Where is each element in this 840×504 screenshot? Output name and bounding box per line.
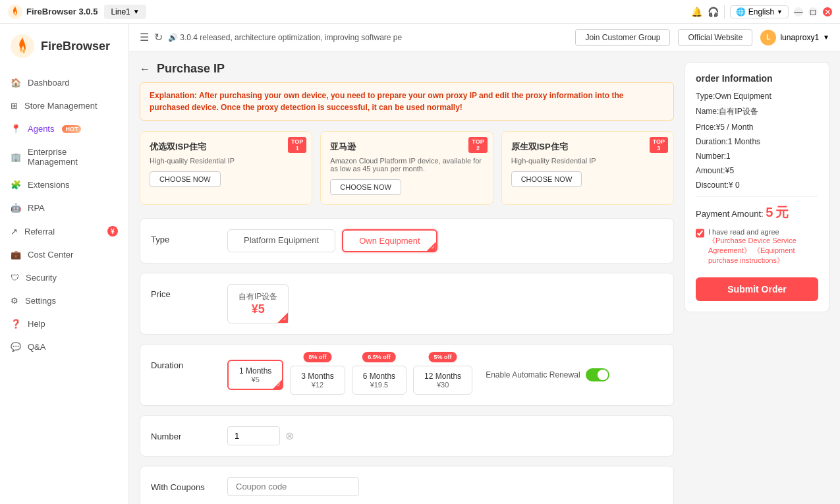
choose-now-btn-2[interactable]: CHOOSE NOW [511, 171, 582, 187]
number-input-wrap: ⊗ [227, 426, 663, 445]
sidebar-item-settings[interactable]: ⚙ Settings [0, 289, 128, 312]
top-bar-actions: ☰ ↻ 🔊 3.0.4 released, architecture optim… [140, 31, 567, 43]
enable-renewal: Enable Automatic Renewal [486, 368, 609, 381]
order-duration-row: Duration:1 Months [696, 137, 818, 146]
menu-icon[interactable]: ☰ [140, 31, 149, 43]
question-icon: ❓ [11, 319, 21, 329]
price-card-wrap: 自有IP设备 ¥5 ✓ [227, 284, 663, 323]
grid-icon: ⊞ [11, 101, 18, 111]
product-card-native: TOP 3 原生双ISP住宅 High-quality Residential … [501, 131, 674, 205]
yuan-badge: ¥ [107, 226, 118, 237]
order-name-row: Name:自有IP设备 [696, 106, 818, 117]
page-title: Purchase IP [157, 62, 225, 76]
clear-number-button[interactable]: ⊗ [285, 430, 294, 442]
title-bar: FireBrowser 3.0.5 Line1 ▼ 🔔 🎧 🌐 English … [0, 0, 840, 24]
duration-row: Duration 1 Months ¥5 ✓ [151, 355, 663, 395]
sidebar-logo: FireBrowser [0, 34, 128, 71]
back-button[interactable]: ← [140, 63, 150, 75]
order-discount-row: Discount:¥ 0 [696, 181, 818, 190]
official-website-button[interactable]: Official Website [678, 29, 752, 46]
content-area: ☰ ↻ 🔊 3.0.4 released, architecture optim… [129, 24, 840, 504]
notice-text: 🔊 3.0.4 released, architecture optimizat… [168, 33, 402, 42]
building-icon: 🏢 [11, 152, 21, 162]
sidebar-item-dashboard[interactable]: 🏠 Dashboard [0, 71, 128, 94]
maximize-button[interactable]: □ [808, 7, 818, 16]
number-input[interactable] [227, 426, 280, 445]
type-own-option[interactable]: Own Equipment ✓ [342, 229, 437, 252]
coupon-input[interactable] [227, 477, 359, 496]
discount-badge-6m: 6.5% off [362, 352, 396, 362]
share-icon: ↗ [11, 227, 18, 237]
agree-row: I have read and agree 《Purchase Device S… [696, 228, 818, 266]
user-info[interactable]: L lunaproxy1 ▼ [760, 30, 829, 45]
product-card-premium: TOP 1 优选双ISP住宅 High-quality Residential … [140, 131, 312, 205]
hot-badge: HOT [62, 125, 81, 133]
sidebar-item-referral[interactable]: ↗ Referral ¥ [0, 219, 128, 243]
gear-icon: ⚙ [11, 296, 18, 306]
duration-options-wrap: 1 Months ¥5 ✓ 8% off [227, 355, 663, 395]
number-section: Number ⊗ [140, 415, 674, 457]
top-bar: ☰ ↻ 🔊 3.0.4 released, architecture optim… [129, 24, 840, 51]
order-divider [696, 196, 818, 197]
duration-6m[interactable]: 6.5% off 6 Months ¥19.5 [352, 366, 406, 395]
puzzle-icon: 🧩 [11, 180, 21, 190]
product-card-amazon: TOP 2 亚马逊 Amazon Cloud Platform IP devic… [320, 131, 493, 205]
type-section: Type Platform Equipment Own Equipment ✓ [140, 218, 674, 264]
sidebar-item-enterprise[interactable]: 🏢 Enterprise Management [0, 140, 128, 173]
shield-icon: 🛡 [11, 273, 19, 283]
choose-now-btn-0[interactable]: CHOOSE NOW [150, 171, 221, 187]
renewal-toggle[interactable] [586, 368, 609, 381]
agree-checkbox[interactable] [696, 229, 704, 238]
sidebar-item-extensions[interactable]: 🧩 Extensions [0, 173, 128, 196]
sidebar-item-rpa[interactable]: 🤖 RPA [0, 196, 128, 219]
top-badge-2: TOP 2 [468, 137, 487, 153]
sidebar-item-agents[interactable]: 📍 Agents HOT [0, 117, 128, 140]
divider [724, 5, 725, 18]
main-layout: FireBrowser 🏠 Dashboard ⊞ Store Manageme… [0, 24, 840, 504]
duration-1m[interactable]: 1 Months ¥5 ✓ [227, 360, 283, 390]
notice-icon: 🔔 [691, 7, 702, 17]
coupon-section: With Coupons [140, 466, 674, 504]
sidebar-item-cost[interactable]: 💼 Cost Center [0, 243, 128, 266]
type-label: Type [151, 229, 217, 244]
type-platform-option[interactable]: Platform Equipment [227, 229, 335, 252]
price-label: Price [151, 284, 217, 299]
home-icon: 🏠 [11, 78, 21, 88]
sidebar-item-store[interactable]: ⊞ Store Management [0, 94, 128, 117]
left-panel: ← Purchase IP Explanation: After purchas… [140, 62, 674, 493]
page-content: ← Purchase IP Explanation: After purchas… [129, 51, 840, 504]
duration-section: Duration 1 Months ¥5 ✓ [140, 344, 674, 406]
order-title: order Information [696, 73, 818, 84]
order-number-row: Number:1 [696, 152, 818, 161]
location-icon: 📍 [11, 124, 21, 134]
number-label: Number [151, 426, 217, 441]
minimize-button[interactable]: — [794, 7, 803, 16]
coupon-row: With Coupons [151, 477, 663, 496]
refresh-icon[interactable]: ↻ [154, 31, 163, 43]
sidebar-item-qa[interactable]: 💬 Q&A [0, 335, 128, 358]
sidebar-item-help[interactable]: ❓ Help [0, 312, 128, 335]
order-panel: order Information Type:Own Equipment Nam… [685, 62, 829, 312]
coupon-label: With Coupons [151, 477, 217, 492]
submit-order-button[interactable]: Submit Order [696, 277, 818, 301]
top-badge-1: TOP 1 [288, 137, 306, 153]
wallet-icon: 💼 [11, 250, 21, 260]
page-header: ← Purchase IP [140, 62, 674, 76]
discount-badge-12m: 5% off [429, 352, 457, 362]
join-group-button[interactable]: Join Customer Group [575, 29, 670, 46]
number-row: Number ⊗ [151, 426, 663, 445]
tab-line1[interactable]: Line1 ▼ [104, 5, 146, 19]
price-row: Price 自有IP设备 ¥5 ✓ [151, 284, 663, 323]
choose-now-btn-1[interactable]: CHOOSE NOW [330, 179, 401, 195]
language-selector[interactable]: 🌐 English ▼ [730, 5, 789, 18]
duration-label: Duration [151, 355, 217, 370]
robot-icon: 🤖 [11, 203, 21, 213]
avatar: L [760, 30, 776, 45]
duration-3m[interactable]: 8% off 3 Months ¥12 [290, 366, 345, 395]
duration-12m[interactable]: 5% off 12 Months ¥30 [413, 366, 472, 395]
price-card[interactable]: 自有IP设备 ¥5 ✓ [227, 284, 289, 323]
type-row: Type Platform Equipment Own Equipment ✓ [151, 229, 663, 252]
close-button[interactable]: ✕ [823, 7, 832, 16]
order-amount-row: Amount:¥5 [696, 166, 818, 175]
sidebar-item-security[interactable]: 🛡 Security [0, 266, 128, 289]
